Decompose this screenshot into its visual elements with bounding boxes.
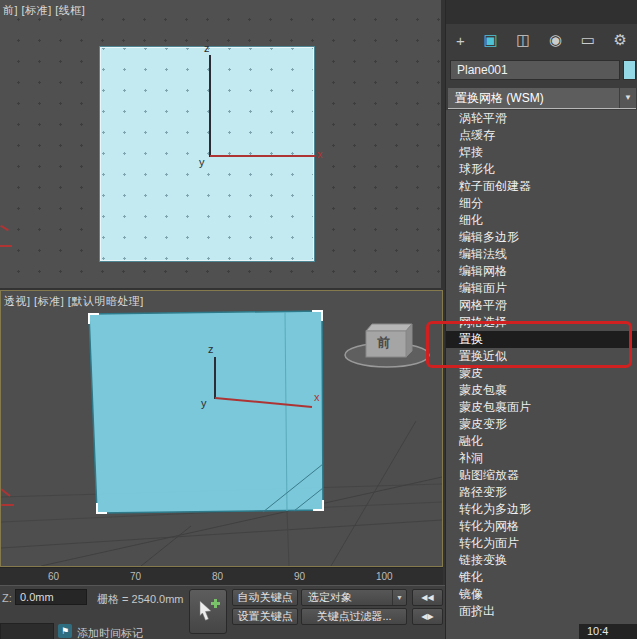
grid-line — [331, 421, 416, 566]
modifier-item[interactable]: 蒙皮包裹 — [446, 382, 637, 399]
panel-tab-icon[interactable]: ⚙ — [614, 31, 627, 49]
modifier-item[interactable]: 粒子面创建器 — [446, 178, 637, 195]
modifier-item[interactable]: 焊接 — [446, 144, 637, 161]
modifier-item[interactable]: 细分 — [446, 195, 637, 212]
set-keys-big-button[interactable] — [189, 589, 227, 634]
annotation-highlight-box — [426, 321, 632, 368]
panel-header-strip — [446, 0, 637, 24]
panel-tabs: +▣◫◉▭⚙ — [446, 26, 637, 54]
world-axis-fragment — [0, 225, 9, 231]
modifier-item[interactable]: 补洞 — [446, 450, 637, 467]
viewport-perspective-label[interactable]: 透视] [标准] [默认明暗处理] — [4, 294, 144, 309]
axis-x-line — [210, 155, 315, 157]
modifier-item[interactable]: 蒙皮包裹面片 — [446, 399, 637, 416]
modifier-item[interactable]: 网格平滑 — [446, 297, 637, 314]
object-color-swatch[interactable] — [623, 60, 636, 80]
taskbar-clock: 10:4 — [579, 624, 637, 639]
grid-line — [287, 511, 289, 566]
modifier-item[interactable]: 转化为网格 — [446, 518, 637, 535]
world-axis-fragment — [1, 489, 10, 496]
axis-z-label: z — [208, 343, 214, 355]
key-filters-button[interactable]: 关键点过滤器... — [301, 608, 407, 625]
timeline-prev-button[interactable]: ◀◀ — [412, 589, 443, 606]
ruler-tick: 80 — [212, 571, 223, 582]
panel-tab-icon[interactable]: ▭ — [581, 31, 595, 49]
timeline-nav-button[interactable]: ◀▶ — [412, 608, 443, 625]
plane-object-perspective[interactable] — [89, 311, 323, 513]
axis-z-label: z — [204, 42, 210, 54]
perspective-scene — [1, 291, 442, 566]
modifier-dropdown-value: 置换网格 (WSM) — [455, 91, 544, 105]
modifier-item[interactable]: 转化为面片 — [446, 535, 637, 552]
timeline-ruler[interactable]: 60708090100 — [0, 567, 443, 585]
modifier-list: 涡轮平滑点缓存焊接球形化粒子面创建器细分细化编辑多边形编辑法线编辑网格编辑面片网… — [446, 110, 637, 639]
viewport-front-label[interactable]: 前] [标准] [线框] — [3, 3, 85, 18]
maxscript-mini-listener[interactable] — [0, 623, 54, 639]
viewport-perspective[interactable]: 透视] [标准] [默认明暗处理] z y x 前 — [0, 290, 443, 567]
panel-tab-icon[interactable]: ◉ — [549, 31, 562, 49]
axis-x-label: x — [314, 391, 320, 403]
time-tag-icon[interactable]: ⚑ — [58, 624, 72, 638]
axis-y-label: y — [201, 397, 207, 409]
modifier-item[interactable]: 点缓存 — [446, 127, 637, 144]
axis-x-label: x — [317, 148, 323, 160]
modifier-item[interactable]: 路径变形 — [446, 484, 637, 501]
modifier-item[interactable]: 蒙皮变形 — [446, 416, 637, 433]
modifier-item[interactable]: 细化 — [446, 212, 637, 229]
grid-size-readout: 栅格 = 2540.0mm — [97, 592, 184, 607]
modifier-item[interactable]: 编辑网格 — [446, 263, 637, 280]
modifier-item[interactable]: 链接变换 — [446, 552, 637, 569]
z-coordinate-label: Z: — [2, 592, 12, 604]
set-key-button[interactable]: 设置关键点 — [232, 608, 298, 625]
viewport-front[interactable]: 前] [标准] [线框] z y x — [0, 0, 441, 288]
modifier-item[interactable]: 锥化 — [446, 569, 637, 586]
viewcube-top-face[interactable] — [366, 324, 412, 331]
selection-filter-dropdown[interactable]: 选定对象 ▼ — [301, 589, 407, 606]
modifier-item[interactable]: 编辑法线 — [446, 246, 637, 263]
ruler-tick: 90 — [294, 571, 305, 582]
world-axis-fragment — [0, 245, 12, 247]
modifier-list-dropdown[interactable]: 置换网格 (WSM) ▼ — [448, 88, 636, 109]
modifier-item[interactable]: 贴图缩放器 — [446, 467, 637, 484]
panel-tab-icon[interactable]: + — [456, 32, 465, 49]
3dsmax-window: 前] [标准] [线框] z y x — [0, 0, 637, 639]
ruler-tick: 70 — [130, 571, 141, 582]
chevron-down-icon[interactable]: ▼ — [392, 590, 406, 605]
modifier-item[interactable]: 面挤出 — [446, 603, 637, 620]
z-coordinate-input[interactable]: 0.0mm — [15, 589, 87, 605]
viewcube-front-label[interactable]: 前 — [377, 334, 390, 352]
modifier-item[interactable]: 涡轮平滑 — [446, 110, 637, 127]
axis-z-line — [209, 55, 211, 157]
modifier-item[interactable]: 编辑面片 — [446, 280, 637, 297]
status-bar: Z: 0.0mm 栅格 = 2540.0mm 自动关键点 设置关键点 选定对象 … — [0, 585, 445, 639]
add-time-tag-label[interactable]: 添加时间标记 — [77, 626, 143, 639]
ruler-tick: 60 — [48, 571, 59, 582]
selection-filter-value: 选定对象 — [308, 591, 352, 603]
panel-tab-icon[interactable]: ◫ — [516, 31, 530, 49]
object-name-input[interactable]: Plane001 — [450, 60, 620, 80]
plane-object-front[interactable] — [100, 47, 314, 261]
modifier-item[interactable]: 融化 — [446, 433, 637, 450]
grid-line — [141, 526, 191, 566]
axis-y-label: y — [199, 156, 205, 168]
chevron-down-icon[interactable]: ▼ — [619, 88, 636, 108]
modifier-item[interactable]: 镜像 — [446, 586, 637, 603]
cursor-plus-icon — [195, 597, 221, 627]
command-panel: +▣◫◉▭⚙ Plane001 置换网格 (WSM) ▼ 涡轮平滑点缓存焊接球形… — [445, 0, 637, 639]
modifier-item[interactable]: 球形化 — [446, 161, 637, 178]
ruler-tick: 100 — [376, 571, 393, 582]
panel-tab-icon[interactable]: ▣ — [483, 31, 497, 49]
auto-key-button[interactable]: 自动关键点 — [232, 589, 298, 606]
modifier-item[interactable]: 编辑多边形 — [446, 229, 637, 246]
grid-line — [1, 520, 442, 548]
modifier-item[interactable]: 转化为多边形 — [446, 501, 637, 518]
